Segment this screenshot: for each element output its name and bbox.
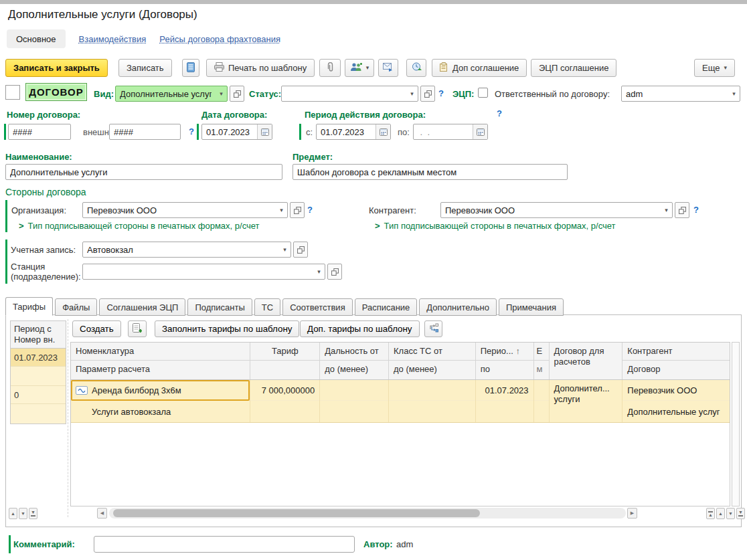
tab-schedule[interactable]: Расписание — [355, 298, 418, 316]
header-period-from[interactable]: Перио... ↑ — [476, 343, 533, 361]
versions-empty-cell[interactable] — [11, 367, 66, 386]
date-input[interactable] — [202, 127, 257, 137]
number-help-link[interactable]: ? — [189, 126, 194, 136]
copy-row-button[interactable] — [128, 320, 147, 337]
counterparty-open-button[interactable] — [675, 202, 689, 218]
column-unit[interactable]: Е м — [534, 343, 550, 379]
tab-notes[interactable]: Примечания — [499, 298, 564, 316]
header-contract[interactable]: Договор — [622, 361, 730, 379]
header-counterparty[interactable]: Контрагент — [622, 343, 730, 361]
account-input[interactable] — [83, 245, 279, 255]
responsible-input[interactable] — [622, 89, 728, 99]
status-help-link[interactable]: ? — [438, 88, 444, 98]
versions-period-cell[interactable]: 01.07.2023 — [11, 349, 66, 367]
create-button[interactable]: Создать — [72, 320, 121, 337]
panel-splitter[interactable] — [68, 319, 68, 517]
column-vehicle-class[interactable]: Класс ТС от до (менее) — [389, 343, 476, 379]
responsible-select[interactable]: ▾ — [621, 86, 740, 102]
tab-signers[interactable]: Подписанты — [187, 298, 252, 316]
nav-link-charter-trips[interactable]: Рейсы договора фрахтования — [159, 34, 280, 44]
nav-link-interactions[interactable]: Взаимодействия — [79, 34, 147, 44]
calendar-icon[interactable] — [257, 124, 272, 139]
print-by-template-button[interactable]: Печать по шаблону — [206, 59, 315, 77]
calc-contract-cell[interactable]: Дополнител... услуги — [550, 380, 623, 422]
kind-open-button[interactable] — [230, 86, 244, 102]
period-help-link[interactable]: ? — [497, 108, 502, 118]
ecp-agreement-button[interactable]: ЭЦП соглашение — [531, 59, 616, 77]
contact-persons-button[interactable]: ▾ — [345, 59, 374, 77]
organization-open-button[interactable] — [290, 202, 305, 218]
chevron-down-icon[interactable]: ▾ — [279, 247, 290, 253]
save-and-close-button[interactable]: Записать и закрыть — [5, 59, 108, 77]
dop-tariffs-by-template-button[interactable]: Доп. тарифы по шаблону — [300, 320, 420, 337]
counterparty-help-link[interactable]: ? — [693, 205, 699, 215]
counterparty-select[interactable]: ▾ — [440, 202, 673, 218]
tab-correspondences[interactable]: Соответствия — [282, 298, 353, 316]
header-class-to[interactable]: до (менее) — [389, 361, 475, 379]
kind-input[interactable] — [116, 89, 216, 99]
header-tariff[interactable]: Тариф — [250, 343, 319, 361]
header-unit-2[interactable]: м — [534, 361, 549, 379]
header-nomenclature[interactable]: Номенклатура — [71, 343, 250, 361]
station-open-button[interactable] — [327, 264, 342, 280]
versions-number-cell[interactable]: 0 — [11, 386, 66, 404]
tab-vehicles[interactable]: ТС — [254, 298, 280, 316]
refresh-button[interactable] — [406, 59, 426, 77]
comment-input[interactable] — [94, 536, 355, 553]
tab-files[interactable]: Файлы — [55, 298, 97, 316]
column-nomenclature[interactable]: Номенклатура Параметр расчета — [71, 343, 250, 379]
header-distance-from[interactable]: Дальность от — [320, 343, 388, 361]
organization-select[interactable]: ▾ — [82, 202, 288, 218]
header-tariff-empty[interactable] — [250, 361, 319, 379]
organization-disclosure[interactable]: >Тип подписывающей стороны в печатных фо… — [19, 221, 260, 231]
calc-param-cell[interactable]: Услуги автовокзала — [71, 401, 250, 422]
kind-select[interactable]: ▾ — [115, 86, 228, 102]
column-counterparty[interactable]: Контрагент Договор — [622, 343, 730, 379]
header-period-to[interactable]: по — [476, 361, 533, 379]
contract-cell[interactable]: Дополнительные услуг — [622, 401, 730, 422]
counterparty-input[interactable] — [441, 205, 661, 215]
chevron-down-icon[interactable]: ▾ — [728, 91, 740, 97]
horizontal-scrollbar-thumb[interactable] — [113, 509, 480, 517]
chevron-down-icon[interactable]: ▾ — [661, 207, 672, 213]
nomenclature-cell[interactable]: Аренда билборд 3х6м — [71, 380, 250, 401]
column-distance[interactable]: Дальность от до (менее) — [320, 343, 389, 379]
save-button[interactable]: Записать — [118, 59, 172, 77]
unit-cell-1[interactable] — [534, 380, 549, 401]
chevron-down-icon[interactable]: ▾ — [216, 91, 227, 97]
versions-empty-cell[interactable] — [11, 404, 66, 424]
account-open-button[interactable] — [293, 242, 308, 258]
period-from-cell[interactable]: 01.07.2023 — [476, 380, 533, 401]
tab-tariffs[interactable]: Тарифы — [5, 297, 53, 316]
account-select[interactable]: ▾ — [82, 242, 291, 258]
status-input[interactable] — [282, 89, 406, 99]
calendar-icon[interactable] — [376, 124, 390, 139]
period-to-field[interactable] — [413, 124, 488, 140]
tab-ecp-agreements[interactable]: Соглашения ЭЦП — [99, 298, 185, 316]
name-input[interactable] — [5, 164, 282, 180]
horizontal-scrollbar-track[interactable] — [109, 508, 626, 519]
dop-agreement-button[interactable]: Доп соглашение — [432, 59, 527, 77]
hscroll-right-arrow[interactable]: ▶ — [627, 508, 637, 519]
versions-scroll-down-button[interactable]: ▼ — [19, 508, 27, 519]
tariff-row[interactable]: Аренда билборд 3х6м Услуги автовокзала 7… — [71, 380, 730, 423]
column-tariff[interactable]: Тариф — [250, 343, 320, 379]
subject-input[interactable] — [293, 164, 568, 180]
distance-to-cell[interactable] — [320, 401, 388, 422]
column-period[interactable]: Перио... ↑ по — [476, 343, 534, 379]
column-calc-contract[interactable]: Договор для расчетов — [550, 343, 623, 379]
period-from-input[interactable] — [317, 127, 376, 137]
structure-button[interactable] — [182, 59, 199, 77]
organization-input[interactable] — [83, 205, 276, 215]
header-class-from[interactable]: Класс ТС от — [389, 343, 475, 361]
station-input[interactable] — [83, 267, 313, 277]
header-distance-to[interactable]: до (менее) — [320, 361, 388, 379]
period-from-field[interactable] — [316, 124, 391, 140]
class-from-cell[interactable] — [389, 380, 475, 401]
attach-file-button[interactable] — [319, 59, 341, 77]
send-email-button[interactable] — [378, 59, 398, 77]
chevron-down-icon[interactable]: ▾ — [406, 91, 418, 97]
header-unit-1[interactable]: Е — [534, 343, 549, 361]
versions-table-header[interactable]: Период с Номер вн. — [11, 321, 66, 349]
chevron-down-icon[interactable]: ▾ — [313, 269, 325, 275]
